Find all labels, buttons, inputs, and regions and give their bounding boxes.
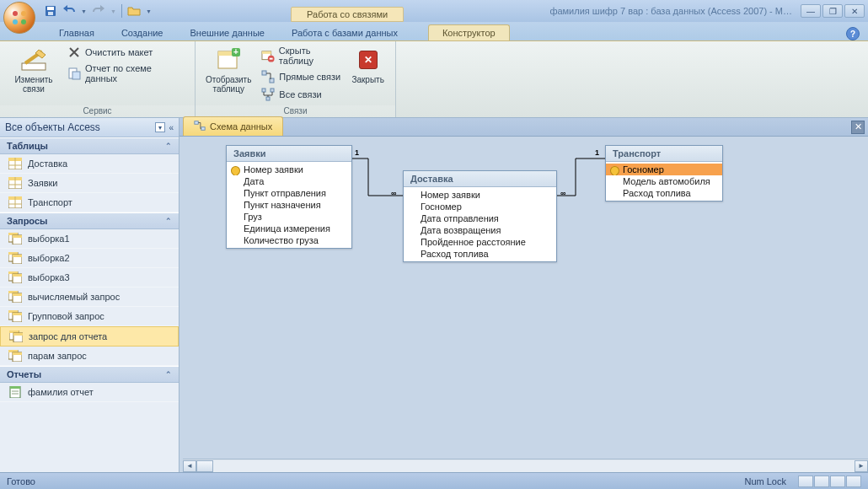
table-field[interactable]: Расход топлива	[404, 248, 556, 260]
tab-create[interactable]: Создание	[108, 25, 177, 40]
svg-rect-62	[13, 352, 22, 355]
relationships-canvas[interactable]: 1 ∞ ∞ 1 Заявки Номер заявкиДатаПункт отп…	[179, 137, 868, 472]
svg-rect-64	[10, 386, 20, 389]
svg-rect-22	[266, 97, 270, 100]
table-field[interactable]: Дата возвращения	[404, 224, 556, 236]
undo-dropdown-icon[interactable]: ▼	[81, 8, 87, 14]
nav-item-table[interactable]: Транспорт	[0, 193, 179, 212]
relationships-icon	[194, 120, 206, 133]
clear-layout-button[interactable]: Очистить макет	[66, 45, 188, 60]
table-field[interactable]: Госномер	[404, 201, 556, 212]
table-field[interactable]: Дата	[227, 175, 351, 187]
table-field[interactable]: Единица измерения	[227, 223, 351, 234]
help-icon[interactable]: ?	[846, 27, 860, 40]
show-table-button[interactable]: + Отобразить таблицу	[202, 45, 255, 94]
close-designer-button[interactable]: ✕ Закрыть	[347, 45, 388, 84]
tab-external-data[interactable]: Внешние данные	[177, 25, 278, 40]
schema-report-button[interactable]: Отчет по схеме данных	[66, 62, 188, 84]
nav-filter-dropdown-icon[interactable]: ▾	[155, 122, 165, 132]
table-field[interactable]: Пункт назначения	[227, 199, 351, 211]
table-field[interactable]: Номер заявки	[227, 164, 351, 175]
table-box-dostavka[interactable]: Доставка Номер заявкиГосномерДата отправ…	[403, 170, 557, 262]
report-icon	[8, 386, 22, 398]
view-btn-3[interactable]	[830, 476, 845, 487]
svg-rect-67	[195, 121, 198, 125]
table-field[interactable]: Госномер	[606, 164, 722, 175]
nav-section-queries[interactable]: Запросы⌃	[0, 212, 179, 229]
nav-item-query[interactable]: выборка1	[0, 229, 179, 249]
nav-item-query[interactable]: вычисляемый запрос	[0, 287, 179, 307]
close-window-button[interactable]: ✕	[844, 4, 865, 18]
table-field[interactable]: Груз	[227, 211, 351, 223]
table-field[interactable]: Количество груза	[227, 234, 351, 246]
nav-item-query[interactable]: парам запрос	[0, 347, 179, 366]
nav-item-table[interactable]: Доставка	[0, 154, 179, 174]
all-links-icon	[261, 88, 275, 101]
tab-designer[interactable]: Конструктор	[428, 24, 510, 40]
direct-relationships-button[interactable]: Прямые связи	[260, 69, 347, 84]
view-btn-4[interactable]	[846, 476, 861, 487]
undo-icon[interactable]	[62, 4, 76, 18]
close-document-button[interactable]: ✕	[851, 121, 865, 134]
table-field[interactable]: Модель автомобиля	[606, 175, 722, 187]
view-btn-1[interactable]	[798, 476, 813, 487]
query-icon	[8, 252, 22, 264]
redo-icon[interactable]	[92, 4, 105, 18]
query-icon	[8, 271, 22, 283]
nav-item-query[interactable]: запрос для отчета	[0, 326, 179, 347]
svg-rect-18	[262, 71, 266, 75]
query-icon	[8, 350, 22, 362]
relation-one-label: 1	[595, 148, 599, 157]
svg-rect-21	[271, 89, 274, 92]
redo-dropdown-icon[interactable]: ▼	[110, 8, 116, 14]
nav-item-query[interactable]: выборка2	[0, 249, 179, 268]
nav-item-report[interactable]: фамилия отчет	[0, 383, 179, 402]
scroll-right-icon[interactable]: ►	[855, 460, 868, 472]
query-icon	[8, 310, 22, 322]
tab-home[interactable]: Главная	[46, 25, 108, 40]
chevron-up-icon: ⌃	[165, 142, 172, 150]
table-box-zayavki[interactable]: Заявки Номер заявкиДатаПункт отправления…	[226, 145, 352, 249]
table-field[interactable]: Дата отправления	[404, 212, 556, 224]
document-tabs: Схема данных ✕	[179, 118, 868, 137]
table-field[interactable]: Расход топлива	[606, 187, 722, 199]
nav-collapse-icon[interactable]: «	[169, 123, 174, 132]
ribbon: Изменить связи Очистить макет Отчет по с…	[0, 40, 868, 118]
nav-item-query[interactable]: выборка3	[0, 268, 179, 287]
view-buttons[interactable]	[798, 476, 861, 487]
query-icon	[8, 233, 22, 244]
app-title: фамилия шифр 7 вар : база данных (Access…	[549, 6, 792, 16]
query-icon	[8, 291, 22, 303]
hide-table-icon	[261, 49, 275, 62]
nav-section-reports[interactable]: Отчеты⌃	[0, 366, 179, 383]
open-folder-icon[interactable]	[127, 4, 141, 18]
table-field[interactable]: Пункт отправления	[227, 187, 351, 199]
svg-point-3	[21, 19, 26, 24]
nav-item-query[interactable]: Групповой запрос	[0, 307, 179, 326]
save-icon[interactable]	[44, 4, 57, 18]
view-btn-2[interactable]	[814, 476, 829, 487]
group-service-label: Сервис	[0, 105, 195, 117]
doc-tab-schema[interactable]: Схема данных	[183, 116, 283, 136]
schema-report-icon	[67, 67, 81, 80]
hide-table-button[interactable]: Скрыть таблицу	[260, 45, 347, 67]
relation-one-label: 1	[355, 148, 359, 157]
table-field[interactable]: Номер заявки	[404, 189, 556, 201]
nav-section-tables[interactable]: Таблицы⌃	[0, 137, 179, 154]
horizontal-scrollbar[interactable]: ◄ ►	[183, 459, 868, 472]
scroll-left-icon[interactable]: ◄	[183, 460, 196, 472]
table-field[interactable]: Пройденное расстояние	[404, 236, 556, 248]
edit-relationships-button[interactable]: Изменить связи	[7, 45, 61, 94]
nav-header[interactable]: Все объекты Access ▾ «	[0, 118, 179, 137]
office-button[interactable]	[3, 2, 35, 34]
qat-dropdown-icon[interactable]: ▼	[146, 8, 152, 14]
table-box-transport[interactable]: Транспорт ГосномерМодель автомобиляРасхо…	[605, 145, 723, 202]
nav-item-table[interactable]: Заявки	[0, 174, 179, 193]
tab-database-tools[interactable]: Работа с базами данных	[278, 25, 411, 40]
ribbon-tabs: Главная Создание Внешние данные Работа с…	[0, 22, 868, 40]
restore-button[interactable]: ❐	[822, 4, 843, 18]
minimize-button[interactable]: —	[801, 4, 821, 18]
all-relationships-button[interactable]: Все связи	[260, 87, 347, 102]
svg-rect-9	[72, 72, 80, 79]
quick-access-toolbar: ▼ ▼ ▼	[44, 4, 152, 18]
